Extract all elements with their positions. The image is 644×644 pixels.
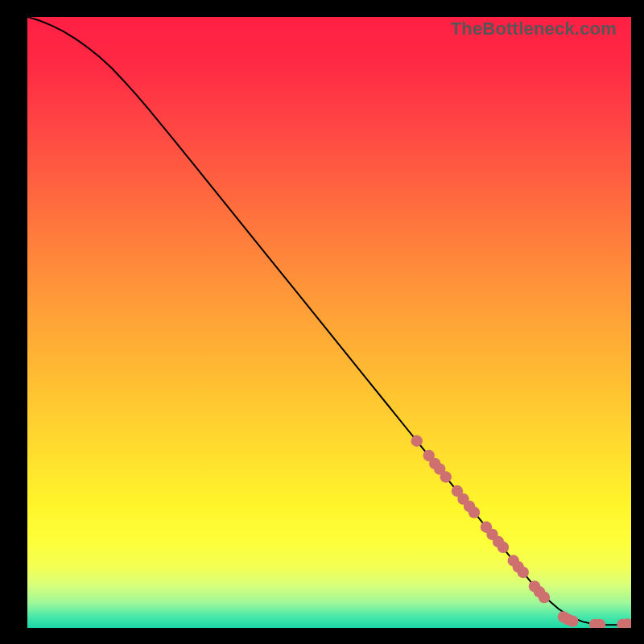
data-dot (411, 436, 423, 447)
data-dot (518, 567, 529, 578)
plot-area: TheBottleneck.com (27, 17, 631, 628)
chart-svg (27, 17, 631, 628)
chart-stage: TheBottleneck.com (0, 0, 644, 644)
data-dots (411, 436, 631, 628)
data-dot (497, 542, 509, 553)
data-dot (469, 506, 480, 518)
data-dot (539, 592, 550, 603)
data-dot (567, 615, 578, 626)
data-dot (440, 471, 452, 482)
main-curve (27, 17, 631, 625)
